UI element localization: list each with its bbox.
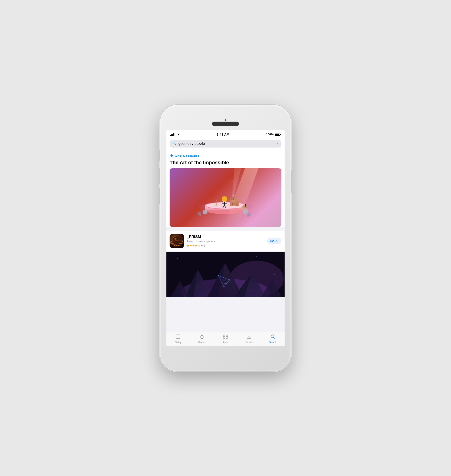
battery-icon [275, 133, 281, 136]
featured-title[interactable]: The Art of the Impossible [169, 160, 282, 165]
signal-bar-2 [171, 134, 172, 136]
battery-fill [275, 133, 279, 135]
volume-up-button[interactable] [159, 168, 160, 184]
mv-svg-illustration [183, 168, 268, 227]
svg-point-61 [229, 279, 231, 281]
today-icon [176, 334, 181, 340]
content-area[interactable]: 🔍 geometry puzzle × WORLD PREMIERE T [166, 138, 285, 332]
search-tab-label: Search [269, 341, 276, 343]
svg-point-40 [257, 256, 257, 257]
tab-search[interactable]: Search [261, 334, 285, 343]
svg-marker-7 [217, 199, 218, 200]
svg-point-60 [217, 274, 219, 276]
tab-today[interactable]: Today [166, 334, 190, 343]
svg-rect-76 [223, 337, 225, 338]
phone-screen: ▲ 9:41 AM 100% 🔍 geometry puzzle [166, 130, 285, 346]
featured-badge: WORLD PREMIERE [169, 154, 282, 159]
signal-bar-5 [175, 133, 175, 136]
prism-preview-svg [166, 252, 285, 297]
signal-bar-3 [172, 134, 173, 136]
svg-marker-74 [201, 335, 202, 336]
power-button[interactable] [291, 170, 292, 193]
games-tab-icon [199, 334, 204, 339]
phone-device: ▲ 9:41 AM 100% 🔍 geometry puzzle [160, 105, 291, 371]
speaker [212, 122, 239, 126]
battery-tip [280, 134, 281, 135]
search-bar[interactable]: 🔍 geometry puzzle × [169, 140, 282, 147]
prism-icon-text: _PRISM [173, 244, 181, 247]
svg-point-20 [222, 196, 227, 202]
status-bar: ▲ 9:41 AM 100% [166, 130, 285, 138]
svg-point-64 [225, 283, 226, 284]
app-prism-listing[interactable]: _PRISM _PRISM A microcosmic galaxy ★★★★☆… [166, 231, 285, 251]
svg-point-65 [249, 290, 250, 291]
svg-rect-77 [226, 335, 228, 336]
games-tab-label: Games [198, 341, 206, 343]
prism-screenshot[interactable] [166, 252, 285, 297]
svg-line-6 [216, 200, 217, 201]
tab-bar: Today Games [166, 332, 285, 346]
status-right: 100% [266, 133, 281, 136]
prism-icon-svg: _PRISM [169, 234, 184, 248]
signal-bar-4 [173, 133, 174, 136]
status-left: ▲ [170, 133, 180, 136]
search-section: 🔍 geometry puzzle × [166, 138, 285, 150]
volume-down-button[interactable] [159, 188, 160, 204]
search-tab-icon [270, 334, 275, 340]
svg-rect-69 [176, 335, 180, 339]
apps-tab-icon [223, 334, 228, 339]
tab-updates[interactable]: Updates [237, 334, 261, 343]
svg-point-43 [184, 270, 185, 270]
search-clear-button[interactable]: × [276, 142, 279, 146]
app-store-icon [169, 154, 174, 159]
featured-section: WORLD PREMIERE The Art of the Impossible [166, 150, 285, 227]
apps-icon [223, 334, 228, 340]
app-price-button[interactable]: $2.99 [267, 238, 282, 244]
search-icon: 🔍 [172, 142, 176, 146]
tab-games[interactable]: Games [190, 334, 214, 343]
app-subtitle: A microcosmic galaxy [187, 240, 264, 243]
svg-point-62 [223, 286, 225, 288]
svg-rect-75 [223, 335, 225, 336]
today-tab-label: Today [175, 341, 181, 343]
prism-preview-image [166, 252, 285, 297]
search-tab-svg-icon [270, 334, 275, 339]
rating-stars: ★★★★☆ [187, 244, 200, 247]
battery-body [275, 133, 280, 136]
search-input-value[interactable]: geometry puzzle [178, 142, 275, 146]
camera [225, 119, 226, 121]
updates-tab-icon [247, 334, 252, 339]
svg-point-35 [175, 238, 176, 240]
mv-scene [169, 168, 282, 227]
app-name: _PRISM [187, 235, 264, 239]
signal-bars [170, 133, 175, 136]
featured-game-image[interactable] [169, 168, 282, 227]
updates-tab-label: Updates [245, 341, 253, 343]
mute-button[interactable] [159, 150, 160, 161]
app-info: _PRISM A microcosmic galaxy ★★★★☆ 648 [187, 235, 264, 247]
svg-line-82 [274, 337, 275, 339]
app-rating: ★★★★☆ 648 [187, 244, 264, 247]
apps-tab-label: Apps [223, 341, 228, 343]
updates-icon [247, 334, 252, 340]
signal-bar-1 [170, 135, 171, 136]
rating-count: 648 [201, 244, 206, 247]
today-tab-icon [176, 334, 181, 339]
battery-percent: 100% [266, 133, 274, 136]
status-time: 9:41 AM [216, 133, 229, 136]
app-row: _PRISM _PRISM A microcosmic galaxy ★★★★☆… [169, 234, 282, 248]
app-store-logo-icon [169, 154, 174, 158]
svg-rect-23 [198, 212, 201, 216]
games-icon [199, 334, 204, 340]
svg-point-39 [193, 263, 194, 263]
svg-point-42 [234, 255, 234, 255]
svg-point-38 [177, 258, 178, 259]
svg-point-63 [198, 287, 198, 288]
tab-apps[interactable]: Apps [214, 334, 238, 343]
world-premiere-badge: WORLD PREMIERE [175, 155, 200, 158]
wifi-icon: ▲ [177, 133, 180, 136]
prism-app-icon[interactable]: _PRISM [169, 234, 184, 248]
svg-rect-78 [226, 337, 228, 338]
